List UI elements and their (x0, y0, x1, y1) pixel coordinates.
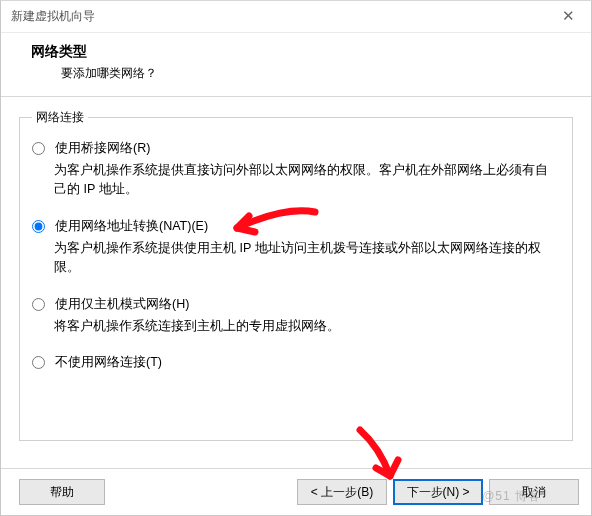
next-button[interactable]: 下一步(N) > (393, 479, 483, 505)
option-nat[interactable]: 使用网络地址转换(NAT)(E) 为客户机操作系统提供使用主机 IP 地址访问主… (32, 218, 560, 278)
option-desc: 为客户机操作系统提供使用主机 IP 地址访问主机拨号连接或外部以太网网络连接的权… (54, 239, 560, 278)
wizard-dialog: 新建虚拟机向导 ✕ 网络类型 要添加哪类网络？ 网络连接 使用桥接网络(R) 为… (0, 0, 592, 516)
radio-hostonly[interactable] (32, 298, 45, 311)
option-label: 使用桥接网络(R) (55, 140, 150, 157)
radio-nat[interactable] (32, 220, 45, 233)
radio-bridged[interactable] (32, 142, 45, 155)
option-none[interactable]: 不使用网络连接(T) (32, 354, 560, 371)
watermark: @51 博客 (482, 488, 541, 505)
option-label: 使用仅主机模式网络(H) (55, 296, 189, 313)
group-legend: 网络连接 (32, 109, 88, 126)
option-label: 使用网络地址转换(NAT)(E) (55, 218, 208, 235)
close-icon: ✕ (562, 7, 575, 25)
option-bridged[interactable]: 使用桥接网络(R) 为客户机操作系统提供直接访问外部以太网网络的权限。客户机在外… (32, 140, 560, 200)
option-label: 不使用网络连接(T) (55, 354, 162, 371)
option-desc: 将客户机操作系统连接到主机上的专用虚拟网络。 (54, 317, 560, 336)
option-hostonly[interactable]: 使用仅主机模式网络(H) 将客户机操作系统连接到主机上的专用虚拟网络。 (32, 296, 560, 336)
back-button[interactable]: < 上一步(B) (297, 479, 387, 505)
close-button[interactable]: ✕ (545, 1, 591, 31)
page-subtitle: 要添加哪类网络？ (61, 65, 567, 82)
page-title: 网络类型 (31, 43, 567, 61)
network-group: 网络连接 使用桥接网络(R) 为客户机操作系统提供直接访问外部以太网网络的权限。… (19, 109, 573, 441)
content-area: 网络连接 使用桥接网络(R) 为客户机操作系统提供直接访问外部以太网网络的权限。… (1, 97, 591, 468)
radio-none[interactable] (32, 356, 45, 369)
titlebar: 新建虚拟机向导 ✕ (1, 1, 591, 33)
window-title: 新建虚拟机向导 (11, 8, 95, 25)
option-desc: 为客户机操作系统提供直接访问外部以太网网络的权限。客户机在外部网络上必须有自己的… (54, 161, 560, 200)
wizard-header: 网络类型 要添加哪类网络？ (1, 33, 591, 97)
help-button[interactable]: 帮助 (19, 479, 105, 505)
